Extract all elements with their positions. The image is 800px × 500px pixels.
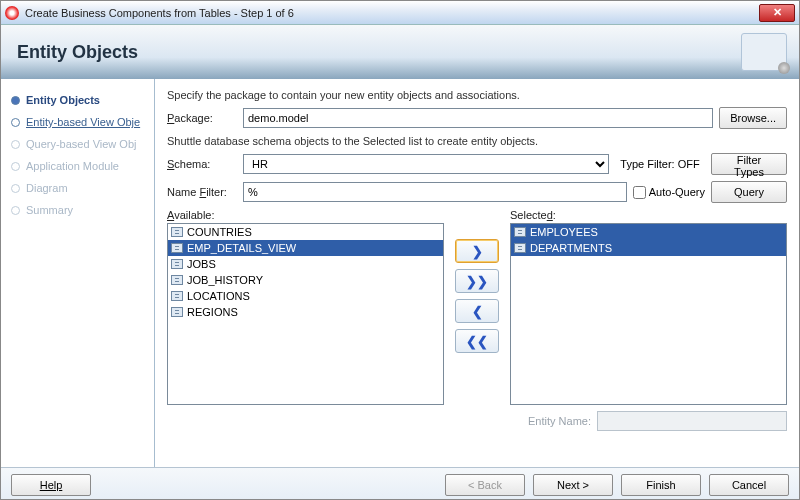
list-item[interactable]: LOCATIONS [168, 288, 443, 304]
table-icon [514, 243, 526, 253]
step-diagram: Diagram [11, 177, 150, 199]
step-label: Entity Objects [26, 94, 100, 106]
remove-all-button[interactable]: ❮❮ [455, 329, 499, 353]
step-entity-objects[interactable]: Entity Objects [11, 89, 150, 111]
filter-types-button[interactable]: Filter Types [711, 153, 787, 175]
selected-list[interactable]: EMPLOYEES DEPARTMENTS [510, 223, 787, 405]
list-item-label: JOBS [187, 258, 216, 270]
list-item-label: DEPARTMENTS [530, 242, 612, 254]
step-query-based-views: Query-based View Obj [11, 133, 150, 155]
schema-label: Schema: [167, 158, 237, 170]
package-label: Package: [167, 112, 237, 124]
step-summary: Summary [11, 199, 150, 221]
table-icon [171, 259, 183, 269]
table-icon [171, 227, 183, 237]
close-icon: ✕ [773, 6, 782, 19]
description-2: Shuttle database schema objects to the S… [167, 135, 787, 147]
footer: Help < Back Next > Finish Cancel [1, 467, 799, 500]
entity-name-label: Entity Name: [528, 415, 591, 427]
schema-select[interactable]: HR [243, 154, 609, 174]
name-filter-input[interactable] [243, 182, 627, 202]
list-item-label: COUNTRIES [187, 226, 252, 238]
content-pane: Specify the package to contain your new … [155, 79, 799, 467]
table-icon [171, 275, 183, 285]
list-item[interactable]: JOB_HISTORY [168, 272, 443, 288]
step-entity-based-views[interactable]: Entity-based View Obje [11, 111, 150, 133]
package-input[interactable] [243, 108, 713, 128]
query-button[interactable]: Query [711, 181, 787, 203]
cancel-button[interactable]: Cancel [709, 474, 789, 496]
add-all-button[interactable]: ❯❯ [455, 269, 499, 293]
list-item-label: EMP_DETAILS_VIEW [187, 242, 296, 254]
list-item[interactable]: EMP_DETAILS_VIEW [168, 240, 443, 256]
table-icon [171, 307, 183, 317]
list-item[interactable]: DEPARTMENTS [511, 240, 786, 256]
description-1: Specify the package to contain your new … [167, 89, 787, 101]
next-button[interactable]: Next > [533, 474, 613, 496]
available-pane: Available: COUNTRIES EMP_DETAILS_VIEW JO… [167, 209, 444, 405]
step-application-module: Application Module [11, 155, 150, 177]
table-icon [171, 243, 183, 253]
entity-name-row: Entity Name: [167, 411, 787, 431]
list-item-label: EMPLOYEES [530, 226, 598, 238]
table-icon [171, 291, 183, 301]
window-title: Create Business Components from Tables -… [25, 7, 759, 19]
step-label: Entity-based View Obje [26, 116, 140, 128]
browse-button[interactable]: Browse... [719, 107, 787, 129]
list-item-label: REGIONS [187, 306, 238, 318]
step-label: Diagram [26, 182, 68, 194]
app-icon [5, 6, 19, 20]
banner: Entity Objects [1, 25, 799, 79]
available-header: Available: [167, 209, 444, 221]
add-button[interactable]: ❯ [455, 239, 499, 263]
list-item-label: JOB_HISTORY [187, 274, 263, 286]
page-heading: Entity Objects [17, 42, 138, 63]
list-item[interactable]: JOBS [168, 256, 443, 272]
wizard-sidebar: Entity Objects Entity-based View Obje Qu… [1, 79, 155, 467]
type-filter-status: Type Filter: OFF [615, 158, 705, 170]
close-button[interactable]: ✕ [759, 4, 795, 22]
entity-name-input [597, 411, 787, 431]
finish-button[interactable]: Finish [621, 474, 701, 496]
help-button[interactable]: Help [11, 474, 91, 496]
title-bar: Create Business Components from Tables -… [1, 1, 799, 25]
step-label: Application Module [26, 160, 119, 172]
table-icon [514, 227, 526, 237]
banner-icon [741, 33, 787, 71]
auto-query-checkbox[interactable]: Auto-Query [633, 186, 705, 199]
shuttle-buttons: ❯ ❯❯ ❮ ❮❮ [452, 209, 502, 405]
auto-query-label: Auto-Query [649, 186, 705, 198]
available-list[interactable]: COUNTRIES EMP_DETAILS_VIEW JOBS JOB_HIST… [167, 223, 444, 405]
name-filter-label: Name Filter: [167, 186, 237, 198]
step-label: Summary [26, 204, 73, 216]
list-item-label: LOCATIONS [187, 290, 250, 302]
selected-header: Selected: [510, 209, 787, 221]
selected-pane: Selected: EMPLOYEES DEPARTMENTS [510, 209, 787, 405]
list-item[interactable]: REGIONS [168, 304, 443, 320]
list-item[interactable]: EMPLOYEES [511, 224, 786, 240]
back-button: < Back [445, 474, 525, 496]
list-item[interactable]: COUNTRIES [168, 224, 443, 240]
step-label: Query-based View Obj [26, 138, 136, 150]
remove-button[interactable]: ❮ [455, 299, 499, 323]
